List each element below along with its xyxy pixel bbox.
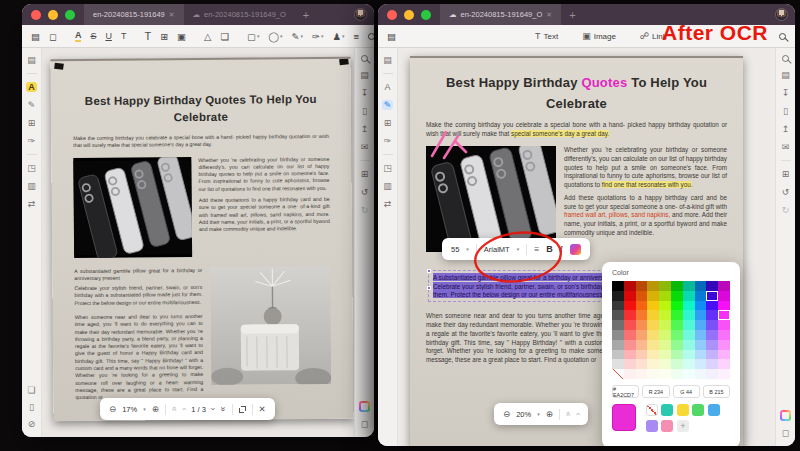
forms-icon[interactable]: ⊞ bbox=[28, 118, 36, 128]
close-window-button[interactable] bbox=[31, 10, 41, 20]
document-canvas[interactable]: Best Happy Birthday Quotes To Help You C… bbox=[398, 48, 775, 446]
font-size-value[interactable]: 55 bbox=[451, 245, 459, 254]
color-cell[interactable] bbox=[612, 330, 624, 340]
convert-icon[interactable]: ⇄ bbox=[384, 199, 392, 209]
color-cell[interactable] bbox=[624, 301, 636, 311]
preset-color-swatch[interactable] bbox=[677, 404, 689, 416]
color-cell[interactable] bbox=[671, 310, 683, 320]
previous-page-button[interactable]: › bbox=[179, 408, 189, 411]
color-cell[interactable] bbox=[683, 350, 695, 360]
forms-icon[interactable]: ⊞ bbox=[384, 118, 392, 128]
reviewer-tool[interactable]: ♟▾ bbox=[333, 31, 345, 42]
color-cell[interactable] bbox=[706, 359, 718, 369]
no-color-swatch[interactable] bbox=[646, 404, 658, 416]
color-cell[interactable] bbox=[659, 310, 671, 320]
color-cell[interactable] bbox=[659, 320, 671, 330]
color-cell[interactable] bbox=[718, 320, 730, 330]
color-cell[interactable] bbox=[706, 281, 718, 291]
send-mail-icon[interactable]: ✉ bbox=[361, 142, 369, 152]
page-grid-icon[interactable]: ⊞ bbox=[782, 169, 790, 179]
color-cell[interactable] bbox=[706, 340, 718, 350]
color-cell[interactable] bbox=[671, 330, 683, 340]
color-cell[interactable] bbox=[683, 340, 695, 350]
print-icon[interactable]: ▤ bbox=[781, 70, 790, 80]
color-cell[interactable] bbox=[612, 320, 624, 330]
color-cell[interactable] bbox=[636, 281, 648, 291]
tab-document-2[interactable]: ☁ en-20240815-191649_O bbox=[184, 4, 295, 25]
page-indicator[interactable]: 1 / 3 bbox=[191, 405, 206, 414]
circle-shape-tool[interactable]: ◯▾ bbox=[268, 31, 282, 42]
color-cell[interactable] bbox=[718, 281, 730, 291]
color-cell[interactable] bbox=[718, 359, 730, 369]
color-cell[interactable] bbox=[683, 291, 695, 301]
color-cell[interactable] bbox=[695, 320, 707, 330]
font-color-button[interactable] bbox=[570, 244, 581, 255]
color-cell[interactable] bbox=[659, 330, 671, 340]
underline-tool-icon[interactable]: U bbox=[105, 31, 112, 41]
zoom-window-button[interactable] bbox=[65, 10, 75, 20]
color-cell[interactable] bbox=[706, 350, 718, 360]
squiggly-tool-icon[interactable]: T bbox=[121, 31, 127, 41]
color-cell[interactable] bbox=[683, 281, 695, 291]
color-cell[interactable] bbox=[612, 281, 624, 291]
color-cell[interactable] bbox=[706, 310, 718, 320]
previous-page-button[interactable]: › bbox=[573, 413, 583, 416]
color-cell[interactable] bbox=[612, 310, 624, 320]
color-cell[interactable] bbox=[624, 320, 636, 330]
ocr-icon[interactable]: ▥ bbox=[27, 181, 36, 191]
ocr-icon[interactable]: ▥ bbox=[383, 181, 392, 191]
ai-assistant-icon[interactable] bbox=[780, 410, 791, 421]
color-cell[interactable] bbox=[695, 330, 707, 340]
redo-icon[interactable]: ↻ bbox=[361, 205, 369, 215]
color-cell[interactable] bbox=[683, 310, 695, 320]
italic-button[interactable]: I bbox=[560, 244, 563, 254]
search-icon[interactable] bbox=[782, 55, 789, 62]
color-cell[interactable] bbox=[612, 301, 624, 311]
color-cell[interactable] bbox=[647, 330, 659, 340]
stamp-tool-icon[interactable]: ❏ bbox=[220, 31, 229, 42]
preset-color-swatch[interactable] bbox=[661, 420, 673, 432]
zoom-out-button[interactable]: ⊖ bbox=[503, 409, 510, 419]
secure-document-icon[interactable]: ▯ bbox=[783, 106, 788, 116]
color-cell[interactable] bbox=[683, 369, 695, 379]
color-cell[interactable] bbox=[695, 350, 707, 360]
convert-icon[interactable]: ⇄ bbox=[28, 199, 36, 209]
bookmark-icon[interactable]: ▯ bbox=[29, 402, 34, 412]
pen-tool[interactable]: ✎▾ bbox=[292, 31, 303, 42]
feedback-chat-icon[interactable]: ◻ bbox=[361, 419, 368, 429]
new-tab-button[interactable]: + bbox=[569, 9, 575, 21]
color-cell[interactable] bbox=[636, 291, 648, 301]
color-cell[interactable] bbox=[624, 340, 636, 350]
tab-document-ocr[interactable]: ☁ en-20240815-191649_O ✕ bbox=[440, 4, 561, 25]
color-cell[interactable] bbox=[683, 301, 695, 311]
fill-sign-icon[interactable]: ✑ bbox=[28, 136, 36, 146]
hex-field[interactable]: # EA2CD7 bbox=[612, 385, 639, 398]
color-cell[interactable] bbox=[647, 369, 659, 379]
color-cell[interactable] bbox=[659, 281, 671, 291]
add-text-tool-icon[interactable]: T bbox=[144, 30, 151, 42]
color-cell[interactable] bbox=[624, 310, 636, 320]
strikeout-tool-icon[interactable]: S bbox=[90, 31, 96, 41]
alignment-icon[interactable]: ≡ bbox=[534, 244, 539, 254]
color-cell[interactable] bbox=[718, 301, 730, 311]
close-window-button[interactable] bbox=[387, 10, 397, 20]
text-box-tool-icon[interactable]: ⊞ bbox=[160, 31, 168, 42]
color-cell[interactable] bbox=[659, 291, 671, 301]
page-panel-icon[interactable]: ▤ bbox=[31, 31, 40, 42]
color-cell[interactable] bbox=[695, 301, 707, 311]
comment-tool-icon[interactable]: ◻ bbox=[49, 31, 57, 42]
square-shape-tool[interactable]: ▢▾ bbox=[247, 31, 260, 42]
first-page-button[interactable]: » bbox=[563, 412, 573, 417]
color-cell[interactable] bbox=[636, 359, 648, 369]
add-color-button[interactable]: + bbox=[677, 420, 689, 432]
color-cell[interactable] bbox=[706, 369, 718, 379]
signature-tool[interactable]: ✑▾ bbox=[312, 31, 323, 42]
color-cell[interactable] bbox=[671, 359, 683, 369]
color-cell[interactable] bbox=[659, 369, 671, 379]
page-thumbnails-icon[interactable]: ▤ bbox=[27, 55, 36, 65]
highlight-tool-icon[interactable]: A bbox=[75, 30, 82, 42]
export-icon[interactable]: ↧ bbox=[361, 88, 369, 98]
green-field[interactable]: G 44 bbox=[673, 385, 700, 398]
zoom-window-button[interactable] bbox=[421, 10, 431, 20]
color-cell[interactable] bbox=[671, 340, 683, 350]
